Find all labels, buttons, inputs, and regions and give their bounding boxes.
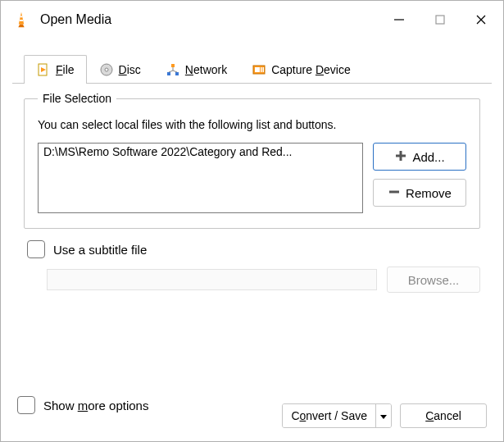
file-selection-group: File Selection You can select local file…	[24, 92, 480, 229]
svg-rect-11	[167, 72, 170, 75]
file-icon	[36, 62, 51, 77]
tab-label: Capture Device	[271, 63, 351, 76]
svg-point-9	[105, 68, 108, 71]
svg-rect-10	[171, 64, 175, 67]
remove-button[interactable]: Remove	[373, 179, 466, 207]
file-selection-legend: File Selection	[38, 92, 116, 105]
window-title: Open Media	[40, 12, 379, 27]
tab-bar: File Disc Network Capture Device	[24, 55, 503, 84]
more-options-checkbox[interactable]	[17, 396, 35, 414]
subtitle-path-input	[47, 269, 377, 290]
svg-rect-3	[436, 16, 444, 24]
remove-button-label: Remove	[406, 186, 452, 200]
minus-icon	[388, 185, 401, 201]
more-options-label: Show more options	[43, 399, 148, 412]
svg-line-14	[169, 71, 173, 72]
tab-file[interactable]: File	[24, 55, 87, 84]
subtitle-checkbox[interactable]	[27, 240, 45, 258]
cancel-button[interactable]: Cancel	[400, 403, 487, 428]
network-icon	[166, 62, 180, 77]
cancel-label: Cancel	[425, 409, 461, 422]
tab-capture-device[interactable]: Capture Device	[239, 55, 363, 84]
bottom-bar: Show more options Convert / Save Cancel	[1, 374, 503, 441]
maximize-button[interactable]	[420, 1, 461, 39]
file-list-item[interactable]: D:\MS\Remo Software 2022\Category and Re…	[43, 145, 357, 158]
svg-rect-18	[261, 67, 262, 72]
svg-marker-23	[380, 415, 387, 419]
convert-save-button[interactable]: Convert / Save	[283, 404, 376, 427]
convert-save-dropdown[interactable]	[376, 404, 391, 427]
svg-rect-17	[255, 67, 260, 72]
plus-icon	[394, 149, 407, 165]
browse-button-label: Browse...	[408, 273, 460, 287]
disc-icon	[99, 62, 114, 77]
titlebar: Open Media	[1, 1, 503, 39]
file-selection-help: You can select local files with the foll…	[38, 118, 466, 131]
browse-button: Browse...	[387, 267, 480, 293]
subtitle-checkbox-label: Use a subtitle file	[53, 243, 147, 257]
svg-rect-0	[20, 16, 23, 17]
convert-save-split-button[interactable]: Convert / Save	[282, 403, 392, 428]
window-controls	[379, 1, 502, 39]
add-button-label: Add...	[412, 150, 444, 164]
svg-line-15	[173, 71, 177, 72]
svg-rect-12	[175, 72, 179, 75]
close-button[interactable]	[461, 1, 502, 39]
tab-disc[interactable]: Disc	[87, 55, 153, 84]
subtitle-checkbox-row[interactable]: Use a subtitle file	[27, 240, 480, 258]
tab-label: Network	[185, 63, 227, 76]
minimize-button[interactable]	[379, 1, 420, 39]
file-list[interactable]: D:\MS\Remo Software 2022\Category and Re…	[38, 143, 363, 213]
tab-label: Disc	[119, 63, 141, 76]
tab-network[interactable]: Network	[153, 55, 239, 84]
more-options-row[interactable]: Show more options	[17, 396, 148, 414]
tab-panel-file: File Selection You can select local file…	[12, 83, 492, 309]
svg-rect-19	[263, 67, 265, 72]
app-icon	[12, 11, 30, 29]
chevron-down-icon	[380, 409, 387, 422]
capture-icon	[252, 62, 266, 77]
add-button[interactable]: Add...	[373, 143, 466, 171]
tab-label: File	[56, 63, 75, 76]
svg-rect-1	[20, 20, 23, 21]
convert-save-label: Convert / Save	[291, 409, 367, 422]
